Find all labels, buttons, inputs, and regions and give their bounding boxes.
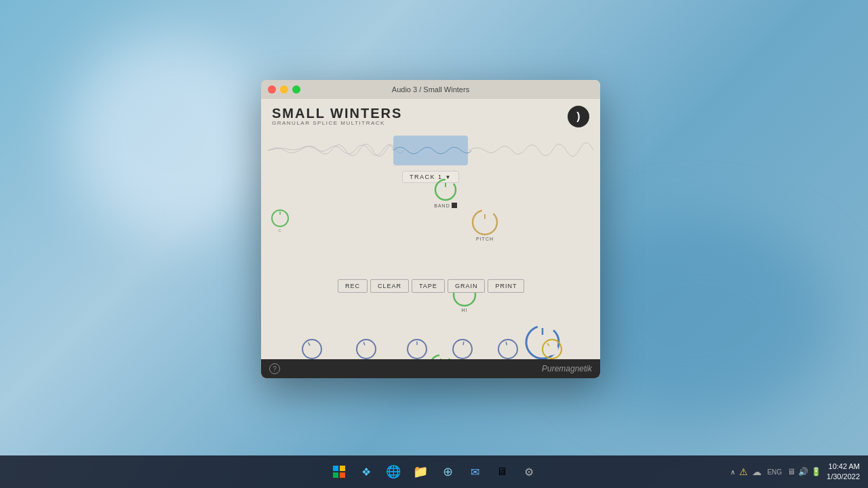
svg-rect-61 — [340, 472, 345, 478]
windows-icon — [333, 466, 345, 478]
maximize-button[interactable] — [292, 85, 300, 94]
window-title: Audio 3 / Small Winters — [392, 85, 469, 94]
brand-name: Puremagnetik — [542, 364, 592, 373]
widgets-button[interactable]: ❖ — [354, 460, 378, 484]
grain-morph-knob[interactable] — [354, 337, 378, 361]
plugin-subtitle: GRANULAR SPLICE MULTITRACK — [272, 120, 402, 126]
svg-rect-60 — [333, 472, 338, 478]
close-button[interactable] — [268, 85, 276, 94]
clear-button[interactable]: CLEAR — [370, 279, 409, 293]
svg-point-53 — [502, 343, 514, 355]
pitch-knob[interactable] — [471, 208, 499, 237]
c-knob[interactable] — [270, 208, 290, 228]
paint-button[interactable]: 🖥 — [490, 460, 514, 484]
plugin-body: SMALL WINTERS GRANULAR SPLICE MULTITRACK… — [261, 99, 600, 378]
help-button[interactable]: ? — [269, 363, 280, 374]
taskbar-clock[interactable]: 10:42 AM 1/30/2022 — [827, 462, 860, 483]
band-label: BAND — [434, 203, 450, 208]
bg-decoration-1 — [68, 34, 271, 237]
taskbar-right: ∧ ⚠ ☁ ENG 🖥 🔊 🔋 10:42 AM 1/30/2022 — [730, 462, 860, 483]
blur-knob[interactable] — [405, 337, 429, 361]
grain-size-knob[interactable] — [300, 337, 324, 361]
svg-point-50 — [456, 343, 469, 355]
plugin-header: SMALL WINTERS GRANULAR SPLICE MULTITRACK… — [261, 99, 600, 130]
buttons-row: REC CLEAR TAPE GRAIN PRINT — [338, 279, 524, 293]
waveform-display[interactable] — [268, 130, 593, 171]
band-knob-group: BAND — [281, 178, 600, 208]
c-knob-group: C — [270, 208, 290, 232]
folder-button[interactable]: 📁 — [408, 460, 433, 484]
settings-button[interactable]: ⚙ — [517, 460, 541, 484]
taskbar-center: ❖ 🌐 📁 ⊕ ✉ 🖥 ⚙ — [327, 460, 541, 484]
tape-age-knob[interactable] — [450, 337, 475, 361]
hi-label: HI — [462, 308, 468, 312]
window-controls — [268, 85, 300, 94]
puremagnetik-logo: ) — [568, 106, 589, 127]
svg-rect-0 — [393, 136, 468, 165]
gain-knob[interactable] — [540, 337, 564, 361]
plugin-logo: SMALL WINTERS GRANULAR SPLICE MULTITRACK — [272, 106, 402, 126]
c-label: C — [279, 228, 282, 232]
grain-button[interactable]: GRAIN — [448, 279, 486, 293]
titlebar: Audio 3 / Small Winters — [261, 80, 600, 99]
tray-arrow[interactable]: ∧ — [730, 468, 735, 476]
plugin-footer: ? Puremagnetik — [261, 359, 600, 378]
svg-point-41 — [306, 343, 318, 355]
monitor-icon: 🖥 — [787, 467, 795, 476]
mail-button[interactable]: ✉ — [462, 460, 487, 484]
svg-point-44 — [360, 343, 372, 355]
pitch-label: PITCH — [476, 237, 494, 241]
clock-date: 1/30/2022 — [827, 472, 860, 482]
cloud-icon: ☁ — [752, 466, 762, 477]
warning-icon: ⚠ — [739, 466, 748, 477]
lang-indicator[interactable]: ENG — [767, 468, 782, 476]
pitch-knob-group: PITCH — [321, 208, 600, 241]
system-tray[interactable]: ∧ ⚠ ☁ — [730, 466, 762, 477]
taskbar: ❖ 🌐 📁 ⊕ ✉ 🖥 ⚙ ∧ ⚠ ☁ ENG 🖥 🔊 🔋 10:42 AM 1… — [0, 455, 868, 488]
volume-icon[interactable]: 🔊 — [798, 467, 808, 476]
clock-time: 10:42 AM — [827, 462, 860, 472]
system-icons: 🖥 🔊 🔋 — [787, 467, 821, 476]
edge-button[interactable]: 🌐 — [381, 460, 406, 484]
tape-button[interactable]: TAPE — [412, 279, 445, 293]
band-knob[interactable] — [433, 178, 458, 202]
print-button[interactable]: PRINT — [488, 279, 524, 293]
band-indicator — [452, 203, 457, 208]
svg-rect-59 — [340, 466, 345, 471]
svg-rect-58 — [333, 466, 338, 471]
waveform-svg — [268, 130, 593, 171]
svg-point-56 — [546, 343, 558, 355]
bg-decoration-2 — [563, 217, 834, 420]
start-button[interactable] — [327, 460, 351, 484]
store-button[interactable]: ⊕ — [435, 460, 460, 484]
minimize-button[interactable] — [280, 85, 288, 94]
xtalk-knob[interactable] — [496, 337, 520, 361]
plugin-window: Audio 3 / Small Winters SMALL WINTERS GR… — [261, 80, 600, 378]
rec-button[interactable]: REC — [338, 279, 368, 293]
controls-grid: TRACK 1 ▼ BAND — [267, 171, 595, 378]
plugin-name: SMALL WINTERS — [272, 106, 402, 121]
svg-line-51 — [463, 342, 464, 345]
battery-icon: 🔋 — [811, 467, 821, 476]
